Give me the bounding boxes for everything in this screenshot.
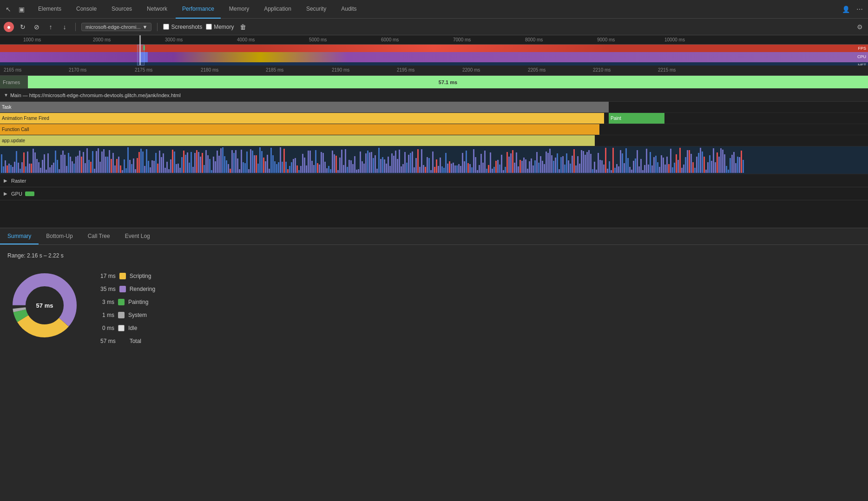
mini-bar-item xyxy=(300,166,302,173)
mini-bar-item xyxy=(231,150,233,173)
main-thread-header[interactable]: ▼ Main — https://microsoft-edge-chromium… xyxy=(0,89,868,102)
toolbar: ● ↻ ⊘ ↑ ↓ microsoft-edge-chromi... ▼ Scr… xyxy=(0,19,868,35)
recalculate-row: 57μs Recalculate Style Forced reflow is … xyxy=(0,146,868,174)
tab-summary[interactable]: Summary xyxy=(0,228,39,244)
mini-bar-item xyxy=(640,159,642,173)
task-bar[interactable]: Task xyxy=(0,102,609,112)
tab-network[interactable]: Network xyxy=(140,0,174,19)
gpu-collapse-icon[interactable]: ▶ xyxy=(4,191,7,196)
mini-bar-item xyxy=(497,160,499,173)
mini-bar-item xyxy=(423,165,424,173)
mini-bar-item xyxy=(731,155,733,173)
tab-security[interactable]: Security xyxy=(300,0,333,19)
function-bar[interactable]: Function Call xyxy=(0,124,599,135)
tab-console[interactable]: Console xyxy=(70,0,103,19)
mini-bar-item xyxy=(737,157,738,173)
more-icon[interactable]: ⋯ xyxy=(855,5,864,14)
profile-selector[interactable]: microsoft-edge-chromi... ▼ xyxy=(81,23,151,31)
cursor-icon[interactable]: ↖ xyxy=(4,5,13,14)
mini-bar-item xyxy=(445,153,447,173)
mini-bar-item xyxy=(536,152,538,173)
mini-bar-item xyxy=(692,162,694,173)
mini-bar-item xyxy=(217,151,218,173)
mini-bar-item xyxy=(183,151,184,173)
mini-bar-item xyxy=(730,158,731,173)
animation-bar[interactable]: Animation Frame Fired xyxy=(0,113,604,124)
collapse-icon[interactable]: ▼ xyxy=(4,92,8,98)
tab-bottom-up[interactable]: Bottom-Up xyxy=(39,228,80,244)
memory-checkbox-group[interactable]: Memory xyxy=(206,24,234,30)
raster-collapse-icon[interactable]: ▶ xyxy=(4,178,7,183)
mini-bar-item xyxy=(402,164,404,173)
mini-bar-item xyxy=(196,150,197,173)
mini-bar-item xyxy=(23,152,25,173)
app-update-bar[interactable]: app.update xyxy=(0,135,595,146)
reload-button[interactable]: ↻ xyxy=(18,22,28,32)
legend-rendering: 35 ms Rendering xyxy=(100,286,155,292)
timeline-highlight[interactable] xyxy=(137,45,145,66)
tab-application[interactable]: Application xyxy=(257,0,298,19)
mini-bar-item xyxy=(676,154,677,173)
mini-bar-item xyxy=(549,149,551,173)
mini-bar-item xyxy=(46,170,47,173)
mini-bar-item xyxy=(181,157,183,173)
upload-button[interactable]: ↑ xyxy=(46,22,56,32)
trash-button[interactable]: 🗑 xyxy=(238,22,248,32)
mini-bar-item xyxy=(202,153,203,173)
mini-bar-item xyxy=(441,166,443,173)
memory-checkbox[interactable] xyxy=(206,24,212,30)
mini-bar-item xyxy=(51,165,53,173)
record-button[interactable]: ● xyxy=(4,22,14,32)
bottom-tabs: Summary Bottom-Up Call Tree Event Log xyxy=(0,228,868,245)
mini-bar-item xyxy=(735,163,736,173)
mini-bar-item xyxy=(109,150,110,173)
raster-row[interactable]: ▶ Raster xyxy=(0,174,868,187)
mini-bar-item xyxy=(506,152,508,173)
timeline-overview[interactable]: 1000 ms 2000 ms 3000 ms 4000 ms 5000 ms … xyxy=(0,35,868,66)
mini-bar-item xyxy=(715,162,716,173)
mini-bar-item xyxy=(107,157,108,173)
mini-bar-item xyxy=(505,167,506,173)
mini-bar-item xyxy=(8,164,10,173)
mini-bar-item xyxy=(257,164,259,173)
mini-bar-item xyxy=(659,167,660,173)
app-update-label: app.update xyxy=(2,138,25,143)
tab-call-tree[interactable]: Call Tree xyxy=(80,228,118,244)
dtick-6: 2195 ms xyxy=(397,67,414,73)
mini-bar-item xyxy=(378,148,380,173)
idle-value: 0 ms xyxy=(100,325,114,331)
mini-bar-item xyxy=(722,150,723,173)
mini-bar-item xyxy=(179,168,181,173)
tab-elements[interactable]: Elements xyxy=(32,0,68,19)
tab-event-log[interactable]: Event Log xyxy=(118,228,158,244)
tab-memory[interactable]: Memory xyxy=(223,0,256,19)
tab-sources[interactable]: Sources xyxy=(105,0,138,19)
mini-bar-item xyxy=(144,166,145,173)
screenshots-checkbox-group[interactable]: Screenshots xyxy=(163,24,202,30)
screenshots-checkbox[interactable] xyxy=(163,24,169,30)
mini-bar-item xyxy=(272,155,274,173)
mini-bar-item xyxy=(612,148,614,173)
settings-icon[interactable]: ⚙ xyxy=(855,22,864,32)
mini-bar-item xyxy=(559,169,560,173)
raster-label: Raster xyxy=(11,178,26,184)
download-button[interactable]: ↓ xyxy=(59,22,70,32)
mini-bar-item xyxy=(116,159,118,173)
mini-bar-item xyxy=(235,150,237,173)
donut-chart: 57 ms xyxy=(7,268,82,343)
stop-button[interactable]: ⊘ xyxy=(32,22,42,32)
dtick-5: 2190 ms xyxy=(332,67,349,73)
mini-bar-item xyxy=(185,155,186,173)
gpu-row[interactable]: ▶ GPU xyxy=(0,187,868,200)
mini-bar-item xyxy=(391,153,393,173)
tab-audits[interactable]: Audits xyxy=(335,0,363,19)
mini-bar-item xyxy=(365,153,367,173)
tick-3000: 3000 ms xyxy=(165,37,183,42)
user-icon[interactable]: 👤 xyxy=(841,5,850,14)
mobile-icon[interactable]: ▣ xyxy=(17,5,26,14)
paint-bar[interactable]: Paint xyxy=(609,113,664,124)
mini-bar-item xyxy=(490,152,491,173)
tab-performance[interactable]: Performance xyxy=(176,0,221,19)
mini-bar-item xyxy=(648,165,649,173)
mini-bar-item xyxy=(651,165,653,173)
